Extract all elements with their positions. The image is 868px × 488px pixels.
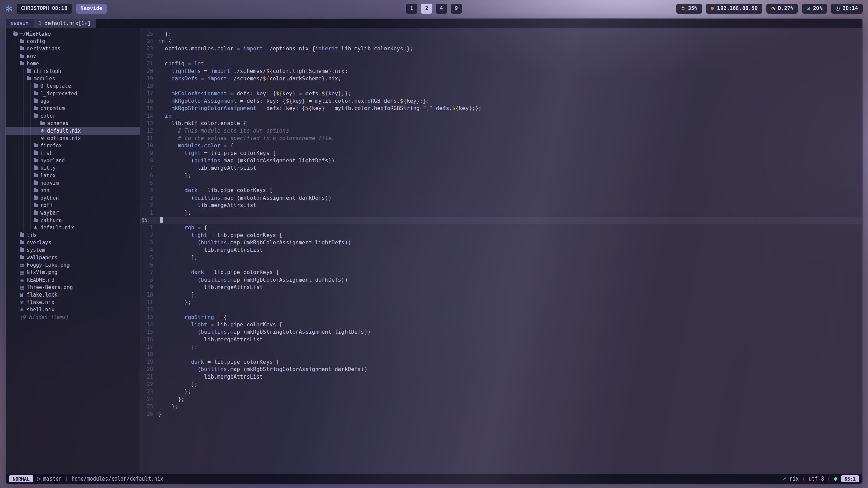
code-line-current[interactable]: 65 (140, 217, 862, 224)
tree-item-system[interactable]: system (6, 246, 140, 254)
code-line[interactable]: 23 options.modules.color = import ./opti… (140, 45, 862, 53)
code-line[interactable]: 13 rgbString = { (140, 313, 862, 321)
tree-item-ags[interactable]: ags (6, 97, 140, 105)
tree-item-fish[interactable]: fish (6, 149, 140, 157)
tree-item-1_deprecated[interactable]: 1_deprecated (6, 90, 140, 97)
code-line[interactable]: 17 ]; (140, 343, 862, 351)
code-line[interactable]: 1 rgb = { (140, 224, 862, 231)
tree-item-readme.md[interactable]: ◉README.md (6, 276, 140, 284)
code-line[interactable]: 10 modules.color = { (140, 142, 862, 149)
tree-item-lib[interactable]: lib (6, 231, 140, 239)
tree-item-rofi[interactable]: rofi (6, 202, 140, 209)
workspace-button-4[interactable]: 4 (436, 4, 447, 14)
line-number: 2 (140, 202, 153, 209)
tree-item-firefox[interactable]: firefox (6, 142, 140, 149)
code-line[interactable]: 3 (builtins.map (mkColorAssignment darkD… (140, 194, 862, 202)
tree-item-home[interactable]: home (6, 60, 140, 67)
tree-item-nixflake[interactable]: ~/NixFlake (6, 30, 140, 38)
code-line[interactable]: 5 (140, 179, 862, 187)
workspace-button-9[interactable]: 9 (451, 4, 462, 14)
code-line[interactable]: 20 (builtins.map (mkRgbStringColorAssign… (140, 366, 862, 373)
tree-item-derivations[interactable]: derivations (6, 45, 140, 53)
code-line[interactable]: 4 dark = lib.pipe colorKeys [ (140, 187, 862, 194)
code-line[interactable]: 16 lib.mergeAttrsList (140, 336, 862, 343)
code-line[interactable]: 15 mkRgbStringColorAssignment = defs: ke… (140, 105, 862, 112)
code-line[interactable]: 18 (140, 82, 862, 90)
workspace-button-1[interactable]: 1 (406, 4, 417, 14)
code-line[interactable]: 12 (140, 306, 862, 313)
code-line[interactable]: 6 (140, 261, 862, 269)
tree-item-wallpapers[interactable]: wallpapers (6, 254, 140, 261)
code-line[interactable]: 9 light = lib.pipe colorKeys [ (140, 149, 862, 157)
tree-item-schemes[interactable]: schemes (6, 120, 140, 127)
code-line[interactable]: 14 light = lib.pipe colorKeys [ (140, 321, 862, 328)
tree-item-0_template[interactable]: 0_template (6, 82, 140, 90)
code-line[interactable]: 10 ]; (140, 291, 862, 299)
code-line[interactable]: 2 lib.mergeAttrsList (140, 202, 862, 209)
code-line[interactable]: 24 }; (140, 395, 862, 403)
tree-item-chromium[interactable]: chromium (6, 105, 140, 112)
code-line[interactable]: 15 (builtins.map (mkRgbStringColorAssign… (140, 328, 862, 336)
code-line[interactable]: 21 lib.mergeAttrsList (140, 373, 862, 381)
tree-item-env[interactable]: env (6, 53, 140, 60)
tree-item-hyprland[interactable]: hyprland (6, 157, 140, 164)
code-line[interactable]: 21 config = let (140, 60, 862, 67)
tree-item-neovim[interactable]: neovim (6, 179, 140, 187)
code-line[interactable]: 18 (140, 351, 862, 358)
code-line[interactable]: 22 (140, 53, 862, 60)
code-line[interactable]: 17 mkColorAssignment = defs: key: {${key… (140, 90, 862, 97)
tree-item-zathura[interactable]: zathura (6, 217, 140, 224)
code-line[interactable]: 25 ]; (140, 30, 862, 38)
tree-item-overlays[interactable]: overlays (6, 239, 140, 246)
code-line[interactable]: 13 lib.mkIf color.enable { (140, 120, 862, 127)
tree-item-kitty[interactable]: kitty (6, 164, 140, 172)
tree-item-waybar[interactable]: waybar (6, 209, 140, 217)
indent-guide (13, 306, 20, 313)
code-line[interactable]: 3 (builtins.map (mkRgbColorAssignment li… (140, 239, 862, 246)
tree-item-latex[interactable]: latex (6, 172, 140, 179)
code-line[interactable]: 19 dark = lib.pipe colorKeys [ (140, 358, 862, 366)
tree-item-color[interactable]: color (6, 112, 140, 120)
code-line[interactable]: 7 dark = lib.pipe colorKeys [ (140, 269, 862, 276)
tree-item-modules[interactable]: modules (6, 75, 140, 82)
code-line[interactable]: 2 light = lib.pipe colorKeys [ (140, 231, 862, 239)
code-line[interactable]: 16 mkRgbColorAssignment = defs: key: {${… (140, 97, 862, 105)
code-line[interactable]: 5 ]; (140, 254, 862, 261)
code-line[interactable]: 14 in (140, 112, 862, 120)
code-line[interactable]: 24in { (140, 38, 862, 45)
tree-item-flake.lock[interactable]: flake.lock (6, 291, 140, 299)
code-line[interactable]: 8 (builtins.map (mkColorAssignment light… (140, 157, 862, 164)
code-line[interactable]: 12 # This module sets its own options (140, 127, 862, 135)
code-line[interactable]: 8 (builtins.map (mkRgbColorAssignment da… (140, 276, 862, 284)
tree-item-9hiddenitems[interactable]: (9 hidden items) (6, 313, 140, 321)
code-line[interactable]: 26} (140, 410, 862, 418)
tree-item-nnn[interactable]: nnn (6, 187, 140, 194)
code-line[interactable]: 20 lightDefs = import ./schemes/${color.… (140, 67, 862, 75)
code-line[interactable]: 7 lib.mergeAttrsList (140, 164, 862, 172)
tree-item-options.nix[interactable]: ❄options.nix (6, 135, 140, 142)
workspace-button-2[interactable]: 2 (421, 4, 432, 14)
code-line[interactable]: 19 darkDefs = import ./schemes/${color.d… (140, 75, 862, 82)
tree-item-three-bears.png[interactable]: ▦Three-Bears.png (6, 284, 140, 291)
buffer-tab[interactable]: 1 default.nix[1+] (34, 19, 96, 28)
tree-item-default.nix[interactable]: ❄default.nix (6, 224, 140, 231)
code-line[interactable]: 6 ]; (140, 172, 862, 179)
code-line[interactable]: 23 }; (140, 388, 862, 395)
tree-item-foggy-lake.png[interactable]: ▦Foggy-Lake.png (6, 261, 140, 269)
tree-item-python[interactable]: python (6, 194, 140, 202)
tree-item-config[interactable]: config (6, 38, 140, 45)
tree-item-flake.nix[interactable]: ❄flake.nix (6, 299, 140, 306)
code-line[interactable]: 4 lib.mergeAttrsList (140, 246, 862, 254)
tree-item-christoph[interactable]: christoph (6, 67, 140, 75)
code-line[interactable]: 11 }; (140, 299, 862, 306)
code-line[interactable]: 1 ]; (140, 209, 862, 217)
tree-item-shell.nix[interactable]: ❄shell.nix (6, 306, 140, 313)
code-line[interactable]: 25 }; (140, 403, 862, 410)
code-line[interactable]: 22 ]; (140, 381, 862, 388)
tree-item-nixvim.png[interactable]: ▦NixVim.png (6, 269, 140, 276)
code-line[interactable]: 9 lib.mergeAttrsList (140, 284, 862, 291)
code-line[interactable]: 11 # to the values specified in a colors… (140, 135, 862, 142)
tree-item-default.nix[interactable]: ❄default.nix (6, 127, 140, 135)
code-text: options.modules.color = import ./options… (153, 45, 413, 53)
editor[interactable]: 25 ];24in {23 options.modules.color = im… (140, 28, 862, 474)
